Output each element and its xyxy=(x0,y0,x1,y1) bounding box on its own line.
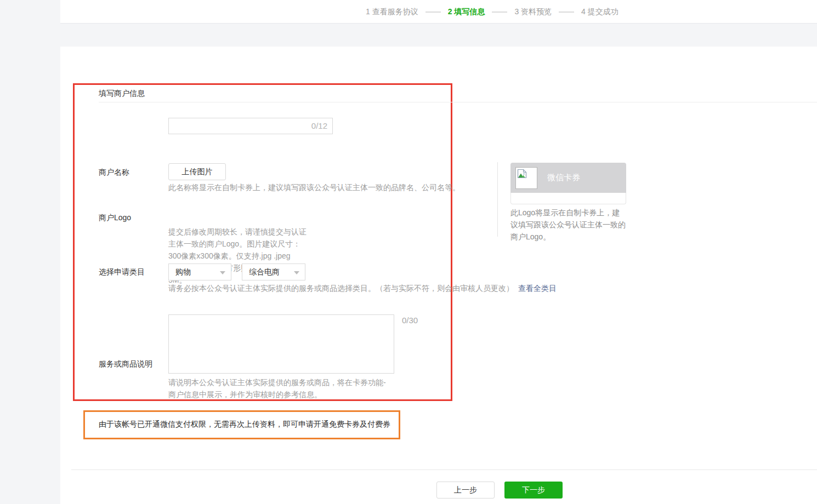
merchant-info-panel: 填写商户信息 商户名称 0/12 此名称将显示在自制卡券上，建议填写跟该公众号认… xyxy=(60,47,817,504)
category-help: 请务必按本公众号认证主体实际提供的服务或商品选择类目。（若与实际不符，则会由审核… xyxy=(168,282,557,294)
merchant-name-input-wrap: 0/12 xyxy=(168,118,333,134)
upload-image-button[interactable]: 上传图片 xyxy=(168,163,226,180)
next-step-button[interactable]: 下一步 xyxy=(504,482,563,499)
footer-divider xyxy=(71,469,817,470)
description-textarea[interactable] xyxy=(168,314,394,374)
category-help-text: 请务必按本公众号认证主体实际提供的服务或商品选择类目。（若与实际不符，则会由审核… xyxy=(168,284,514,293)
broken-image-icon xyxy=(517,169,527,179)
merchant-name-input[interactable] xyxy=(168,118,333,134)
step-submit-success: 4 提交成功 xyxy=(581,7,619,17)
card-preview-note: 此Logo将显示在自制卡券上，建 议填写跟该公众号认证主体一致的 商户Logo。 xyxy=(510,207,632,243)
preview-divider xyxy=(497,162,498,237)
merchant-name-help: 此名称将显示在自制卡券上，建议填写跟该公众号认证主体一致的品牌名、公司名等。 xyxy=(168,181,460,193)
category-primary-select[interactable]: 购物 xyxy=(168,264,231,280)
card-preview-header: 微信卡券 xyxy=(510,163,626,193)
card-preview: 微信卡券 xyxy=(510,163,626,204)
section-divider xyxy=(99,102,817,102)
step-connector xyxy=(559,12,574,13)
payment-permission-notice: 由于该帐号已开通微信支付权限，无需再次上传资料，即可申请开通免费卡券及付费券 xyxy=(99,420,390,429)
view-all-categories-link[interactable]: 查看全类目 xyxy=(518,284,557,293)
merchant-name-label: 商户名称 xyxy=(99,168,129,177)
card-preview-body xyxy=(510,193,626,204)
chevron-down-icon xyxy=(220,271,225,274)
merchant-logo-label: 商户Logo xyxy=(99,213,131,223)
chevron-down-icon xyxy=(294,271,299,274)
description-counter: 0/30 xyxy=(402,316,418,325)
step-connector xyxy=(492,12,507,13)
description-help: 请说明本公众号认证主体实际提供的服务或商品，将在卡券功能- 商户信息中展示，并作… xyxy=(168,376,404,400)
category-label: 选择申请类目 xyxy=(99,267,145,277)
card-preview-title: 微信卡券 xyxy=(547,173,580,183)
wizard-topbar: 1 查看服务协议 2 填写信息 3 资料预览 4 提交成功 xyxy=(60,0,817,24)
step-indicator: 1 查看服务协议 2 填写信息 3 资料预览 4 提交成功 xyxy=(366,0,619,24)
prev-step-button[interactable]: 上一步 xyxy=(436,482,495,499)
description-label: 服务或商品说明 xyxy=(99,359,152,369)
category-secondary-select[interactable]: 综合电商 xyxy=(242,264,305,280)
category-primary-value: 购物 xyxy=(175,267,191,277)
category-secondary-value: 综合电商 xyxy=(249,267,280,277)
logo-placeholder-box xyxy=(515,167,537,189)
merchant-name-counter: 0/12 xyxy=(311,121,327,130)
step-connector xyxy=(425,12,441,13)
step-view-agreement: 1 查看服务协议 xyxy=(366,7,418,17)
step-fill-info: 2 填写信息 xyxy=(448,7,485,17)
section-title: 填写商户信息 xyxy=(99,89,145,99)
step-preview-materials: 3 资料预览 xyxy=(514,7,552,17)
